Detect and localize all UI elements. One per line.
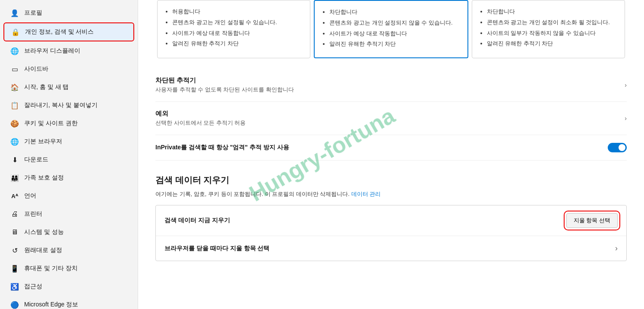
sidebar-item-cookies[interactable]: 🍪 쿠키 및 사이트 권한 [3, 115, 134, 132]
card-balanced-item-3: 알려진 유해한 추적기 차단 [329, 40, 460, 49]
tracking-card-basic[interactable]: 허용합니다 콘텐츠와 광고는 개인 설정될 수 있습니다. 사이트가 예상 대로… [157, 0, 310, 58]
home-icon: 🏠 [10, 83, 19, 91]
system-icon: 🖥 [10, 228, 19, 236]
sidebar-label-start-home: 시작, 홈 및 새 탭 [24, 83, 69, 91]
clear-data-box: 검색 데이터 지금 지우기 지울 항목 선택 브라우저를 닫을 때마다 지울 항… [155, 205, 627, 261]
card-basic-item-3: 알려진 유해한 추적기 차단 [172, 39, 303, 48]
sidebar-label-family: 가족 보호 설정 [24, 174, 64, 182]
sidebar-item-privacy[interactable]: 🔒 개인 정보, 검색 및 서비스 [3, 22, 134, 41]
blocked-trackers-row[interactable]: 차단된 추적기 사용자를 추적할 수 없도록 차단된 사이트를 확인합니다 › [155, 69, 627, 102]
inprivate-toggle-row: InPrivate를 검색할 때 항상 "엄격" 추적 방지 사용 [155, 135, 627, 161]
tracking-card-strict[interactable]: 차단합니다 콘텐츠와 광고는 개인 설정이 최소화 될 것입니다. 사이트의 일… [472, 0, 625, 58]
sidebar-item-start-home[interactable]: 🏠 시작, 홈 및 새 탭 [3, 79, 134, 96]
blocked-trackers-info: 차단된 추적기 사용자를 추적할 수 없도록 차단된 사이트를 확인합니다 [155, 76, 294, 94]
default-browser-icon: 🌐 [10, 137, 19, 146]
card-balanced-item-2: 사이트가 예상 대로 작동합니다 [329, 29, 460, 38]
sidebar-item-sidebar[interactable]: ▭ 사이드바 [3, 60, 134, 78]
inprivate-label: InPrivate를 검색할 때 항상 "엄격" 추적 방지 사용 [155, 144, 289, 151]
exceptions-row[interactable]: 예외 선택한 사이트에서 모든 추적기 허용 › [155, 102, 627, 135]
sidebar-label-mobile: 휴대폰 및 기타 장치 [24, 265, 78, 272]
sidebar-label-clipboard: 잘라내기, 복사 및 붙여넣기 [24, 101, 98, 109]
card-basic-item-2: 사이트가 예상 대로 작동합니다 [172, 29, 303, 38]
card-balanced-item-0: 차단합니다 [329, 8, 460, 17]
card-strict-item-2: 사이트의 일부가 작동하지 않을 수 있습니다 [487, 29, 618, 38]
clear-now-button[interactable]: 지울 항목 선택 [566, 213, 618, 228]
sidebar-label-accessibility: 접근성 [24, 283, 42, 290]
chevron-right-icon-2: › [625, 115, 627, 122]
accessibility-icon: ♿ [10, 282, 19, 291]
sidebar-label-browser-display: 브라우저 디스플레이 [24, 47, 80, 55]
profile-icon: 👤 [10, 9, 19, 17]
clear-data-section: 검색 데이터 지우기 여기에는 기록, 암호, 쿠키 등이 포함됩니다. 이 프… [155, 174, 627, 261]
card-balanced-item-1: 콘텐츠와 광고는 개인 설정되지 않을 수 있습니다. [329, 19, 460, 28]
sidebar-label-about: Microsoft Edge 정보 [24, 301, 78, 309]
sidebar-item-clipboard[interactable]: 📋 잘라내기, 복사 및 붙여넣기 [3, 97, 134, 114]
chevron-right-icon: › [625, 82, 627, 88]
sidebar-item-printer[interactable]: 🖨 프린터 [3, 205, 134, 223]
card-basic-item-1: 콘텐츠와 광고는 개인 설정될 수 있습니다. [172, 18, 303, 27]
edge-icon: 🔵 [10, 300, 19, 309]
sidebar-label-system: 시스템 및 성능 [24, 228, 64, 236]
sidebar-item-system[interactable]: 🖥 시스템 및 성능 [3, 224, 134, 241]
sidebar-item-downloads[interactable]: ⬇ 다운로드 [3, 151, 134, 168]
card-basic-item-0: 허용합니다 [172, 7, 303, 16]
sidebar-item-default-browser[interactable]: 🌐 기본 브라우저 [3, 133, 134, 150]
clear-now-label: 검색 데이터 지금 지우기 [164, 217, 230, 224]
sidebar-label-language: 언어 [24, 192, 36, 200]
tracking-cards-row: 허용합니다 콘텐츠와 광고는 개인 설정될 수 있습니다. 사이트가 예상 대로… [155, 0, 627, 58]
clear-on-close-label: 브라우저를 닫을 때마다 지울 항목 선택 [164, 245, 269, 252]
download-icon: ⬇ [10, 155, 19, 164]
card-strict-item-0: 차단합니다 [487, 7, 618, 16]
sidebar-label-sidebar: 사이드바 [24, 65, 48, 73]
clipboard-icon: 📋 [10, 101, 19, 110]
tracking-card-balanced[interactable]: 차단합니다 콘텐츠와 광고는 개인 설정되지 않을 수 있습니다. 사이트가 예… [314, 0, 468, 58]
sidebar-item-profile[interactable]: 👤 프로필 [3, 4, 134, 22]
sidebar-item-mobile[interactable]: 📱 휴대폰 및 기타 장치 [3, 260, 134, 277]
blocked-trackers-desc: 사용자를 추적할 수 없도록 차단된 사이트를 확인합니다 [155, 86, 294, 94]
sidebar-item-family[interactable]: 👨‍👩‍👧 가족 보호 설정 [3, 169, 134, 186]
blocked-trackers-title: 차단된 추적기 [155, 76, 294, 85]
sidebar: 👤 프로필 🔒 개인 정보, 검색 및 서비스 🌐 브라우저 디스플레이 ▭ 사… [0, 0, 138, 309]
sidebar-label-printer: 프린터 [24, 210, 42, 218]
sidebar-item-accessibility[interactable]: ♿ 접근성 [3, 278, 134, 295]
clear-data-title: 검색 데이터 지우기 [155, 174, 627, 186]
sidebar-label-downloads: 다운로드 [24, 156, 48, 164]
language-icon: Aᴬ [10, 192, 19, 200]
reset-icon: ↺ [10, 246, 19, 255]
mobile-icon: 📱 [10, 264, 19, 273]
cookies-icon: 🍪 [10, 119, 19, 128]
chevron-right-icon-3: › [615, 244, 618, 253]
sidebar-icon: ▭ [10, 65, 19, 73]
sidebar-item-about[interactable]: 🔵 Microsoft Edge 정보 [3, 296, 134, 309]
sidebar-item-browser-display[interactable]: 🌐 브라우저 디스플레이 [3, 42, 134, 60]
printer-icon: 🖨 [10, 210, 19, 218]
sidebar-label-reset: 원래대로 설정 [24, 246, 62, 254]
card-strict-item-1: 콘텐츠와 광고는 개인 설정이 최소화 될 것입니다. [487, 18, 618, 27]
card-strict-item-3: 알려진 유해한 추적기 차단 [487, 39, 618, 48]
exceptions-desc: 선택한 사이트에서 모든 추적기 허용 [155, 119, 246, 127]
browser-display-icon: 🌐 [10, 47, 19, 55]
main-content: 허용합니다 콘텐츠와 광고는 개인 설정될 수 있습니다. 사이트가 예상 대로… [138, 0, 644, 309]
sidebar-label-profile: 프로필 [24, 9, 42, 17]
lock-icon: 🔒 [11, 28, 20, 36]
clear-data-desc: 여기에는 기록, 암호, 쿠키 등이 포함됩니다. 이 프로필의 데이터만 삭제… [155, 190, 627, 198]
inprivate-toggle[interactable] [608, 143, 627, 152]
sidebar-item-reset[interactable]: ↺ 원래대로 설정 [3, 242, 134, 259]
sidebar-label-privacy: 개인 정보, 검색 및 서비스 [25, 28, 94, 36]
family-icon: 👨‍👩‍👧 [10, 173, 19, 182]
exceptions-title: 예외 [155, 110, 246, 118]
sidebar-label-cookies: 쿠키 및 사이트 권한 [24, 120, 78, 127]
clear-data-desc-text: 여기에는 기록, 암호, 쿠키 등이 포함됩니다. 이 프로필의 데이터만 삭제… [155, 191, 350, 197]
data-management-link[interactable]: 데이터 관리 [351, 191, 381, 197]
sidebar-item-language[interactable]: Aᴬ 언어 [3, 187, 134, 205]
exceptions-info: 예외 선택한 사이트에서 모든 추적기 허용 [155, 110, 246, 127]
clear-on-close-row[interactable]: 브라우저를 닫을 때마다 지울 항목 선택 › [156, 236, 626, 261]
clear-now-row: 검색 데이터 지금 지우기 지울 항목 선택 [156, 205, 626, 236]
sidebar-label-default-browser: 기본 브라우저 [24, 138, 62, 145]
